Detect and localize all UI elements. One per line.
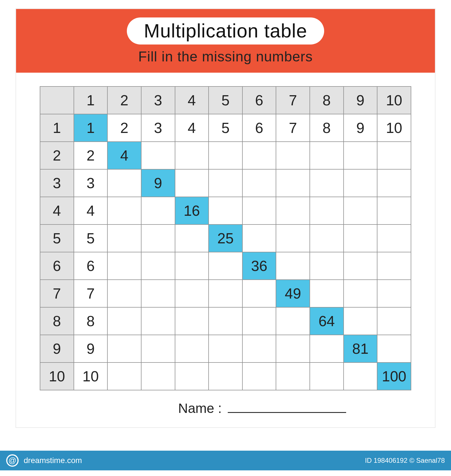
table-cell[interactable] (175, 252, 209, 280)
table-cell[interactable] (107, 362, 141, 390)
table-cell[interactable] (377, 280, 411, 307)
table-cell[interactable] (209, 169, 242, 197)
table-cell[interactable] (242, 142, 276, 169)
table-cell[interactable] (209, 280, 242, 307)
table-cell[interactable] (344, 252, 377, 280)
table-cell[interactable] (242, 197, 276, 224)
table-cell[interactable] (377, 142, 411, 169)
table-corner-cell (40, 86, 74, 114)
table-cell[interactable] (107, 280, 141, 307)
table-cell[interactable] (141, 335, 175, 362)
table-cell[interactable] (377, 224, 411, 252)
table-cell[interactable] (175, 142, 209, 169)
row-header: 7 (40, 280, 74, 307)
table-cell[interactable] (276, 197, 310, 224)
diagonal-cell: 16 (175, 197, 209, 224)
table-cell[interactable] (141, 224, 175, 252)
table-cell[interactable] (107, 252, 141, 280)
table-cell[interactable] (242, 362, 276, 390)
table-cell[interactable] (209, 362, 242, 390)
table-cell[interactable] (344, 224, 377, 252)
table-cell[interactable] (141, 142, 175, 169)
table-cell[interactable] (344, 362, 377, 390)
row-header: 2 (40, 142, 74, 169)
table-cell[interactable] (175, 169, 209, 197)
row-header: 8 (40, 307, 74, 335)
col-header: 8 (310, 86, 344, 114)
table-cell[interactable] (310, 362, 344, 390)
table-cell[interactable] (310, 169, 344, 197)
table-cell[interactable] (344, 197, 377, 224)
col-header: 4 (175, 86, 209, 114)
table-cell[interactable] (310, 335, 344, 362)
footer-site: dreamstime.com (24, 456, 82, 465)
table-cell[interactable] (310, 252, 344, 280)
table-cell[interactable] (310, 142, 344, 169)
table-cell[interactable] (209, 252, 242, 280)
table-cell[interactable] (377, 335, 411, 362)
table-cell[interactable] (141, 280, 175, 307)
table-cell: 3 (74, 169, 108, 197)
table-cell[interactable] (209, 197, 242, 224)
table-cell[interactable] (310, 280, 344, 307)
diagonal-cell: 100 (377, 362, 411, 390)
table-cell[interactable] (175, 224, 209, 252)
table-cell[interactable] (276, 335, 310, 362)
row-header: 9 (40, 335, 74, 362)
table-cell[interactable] (276, 362, 310, 390)
table-cell: 2 (74, 142, 108, 169)
table-cell[interactable] (242, 307, 276, 335)
diagonal-cell: 4 (107, 142, 141, 169)
table-cell[interactable] (209, 335, 242, 362)
table-cell[interactable] (141, 362, 175, 390)
table-cell: 3 (141, 114, 175, 142)
table-cell[interactable] (175, 362, 209, 390)
table-cell[interactable] (276, 169, 310, 197)
table-cell[interactable] (175, 335, 209, 362)
table-cell[interactable] (377, 169, 411, 197)
swirl-icon: @ (6, 454, 19, 467)
table-cell[interactable] (175, 307, 209, 335)
table-cell[interactable] (276, 142, 310, 169)
diagonal-cell: 81 (344, 335, 377, 362)
table-cell[interactable] (107, 307, 141, 335)
table-cell: 8 (74, 307, 108, 335)
table-cell[interactable] (141, 307, 175, 335)
table-cell[interactable] (344, 280, 377, 307)
table-cell[interactable] (276, 224, 310, 252)
table-cell[interactable] (175, 280, 209, 307)
table-cell[interactable] (344, 307, 377, 335)
table-cell[interactable] (377, 307, 411, 335)
table-cell[interactable] (276, 307, 310, 335)
table-cell[interactable] (107, 224, 141, 252)
table-cell[interactable] (242, 169, 276, 197)
diagonal-cell: 64 (310, 307, 344, 335)
diagonal-cell: 49 (276, 280, 310, 307)
col-header: 7 (276, 86, 310, 114)
table-cell[interactable] (344, 142, 377, 169)
table-cell[interactable] (276, 252, 310, 280)
table-cell: 7 (276, 114, 310, 142)
col-header: 6 (242, 86, 276, 114)
table-cell[interactable] (242, 335, 276, 362)
table-cell[interactable] (141, 252, 175, 280)
table-cell: 10 (74, 362, 108, 390)
row-header: 10 (40, 362, 74, 390)
table-cell[interactable] (141, 197, 175, 224)
table-cell[interactable] (107, 169, 141, 197)
table-cell[interactable] (310, 224, 344, 252)
table-cell[interactable] (377, 252, 411, 280)
table-cell[interactable] (242, 280, 276, 307)
table-cell[interactable] (242, 224, 276, 252)
table-cell[interactable] (377, 197, 411, 224)
table-cell[interactable] (107, 197, 141, 224)
name-input-line[interactable] (228, 411, 346, 413)
row-header: 3 (40, 169, 74, 197)
table-cell[interactable] (344, 169, 377, 197)
table-cell[interactable] (209, 307, 242, 335)
col-header: 2 (107, 86, 141, 114)
table-cell[interactable] (209, 142, 242, 169)
table-cell[interactable] (107, 335, 141, 362)
table-cell[interactable] (310, 197, 344, 224)
col-header: 3 (141, 86, 175, 114)
